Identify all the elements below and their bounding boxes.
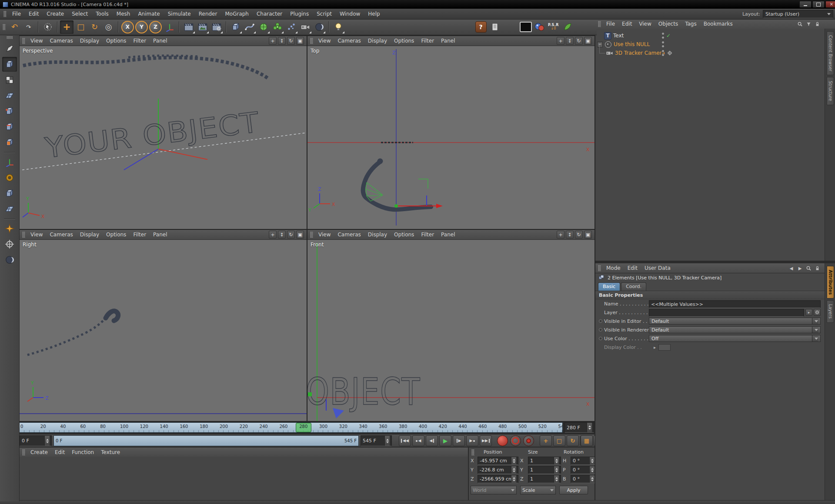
viewport-menu-item[interactable]: Options	[103, 230, 130, 239]
menu-item[interactable]: Select	[68, 9, 92, 19]
visible-editor-dropdown[interactable]: Default	[649, 318, 821, 325]
camera-keyframe-trail[interactable]	[23, 57, 268, 79]
camera-keyframe-trail[interactable]	[27, 319, 105, 355]
render-picture-viewer-button[interactable]	[196, 20, 209, 34]
maximize-view-icon[interactable]: ▣	[296, 231, 304, 239]
viewport-menu-grip[interactable]	[22, 38, 25, 44]
viewport-menu-item[interactable]: Display	[77, 230, 103, 239]
menu-item[interactable]: Animate	[134, 9, 164, 19]
size-y-field[interactable]: 1	[528, 466, 561, 474]
menu-item[interactable]: Render	[195, 9, 221, 19]
orbit-icon[interactable]: ↻	[575, 37, 583, 45]
tab-attributes[interactable]: Attributes	[827, 266, 834, 298]
range-start-field[interactable]: 0 F	[20, 435, 52, 445]
power-slider[interactable]: 0 F 545 F	[53, 435, 359, 446]
material-menu-grip[interactable]	[22, 449, 25, 455]
current-frame-field[interactable]: 280 F	[564, 422, 594, 432]
dolly-icon[interactable]: ↕	[566, 231, 574, 239]
menu-item[interactable]: Plugins	[286, 9, 313, 19]
goto-end-button[interactable]: ▶▶	[480, 435, 492, 446]
viewport-menu-item[interactable]: View	[27, 230, 46, 239]
viewport-menu-grip[interactable]	[310, 232, 313, 238]
object-tree[interactable]: T Text ✓ − Use this NULL	[595, 29, 825, 261]
points-mode-button[interactable]	[2, 104, 17, 119]
add-particles-button[interactable]	[284, 20, 298, 34]
viewport-menu-item[interactable]: Panel	[438, 230, 458, 239]
spinner[interactable]	[554, 475, 559, 483]
x-axis-handle[interactable]	[436, 204, 443, 208]
toolbar-grip[interactable]	[3, 24, 6, 30]
visibility-dots[interactable]	[661, 32, 665, 39]
menu-item[interactable]: Tools	[92, 9, 113, 19]
viewport-menu-item[interactable]: Options	[391, 36, 418, 46]
search-icon[interactable]	[805, 265, 812, 272]
om-menu-item[interactable]: Edit	[618, 20, 635, 29]
spinner[interactable]	[554, 466, 559, 474]
size-z-field[interactable]: 1	[528, 475, 561, 483]
viewport-menu-grip[interactable]	[310, 38, 313, 44]
add-spline-button[interactable]	[243, 20, 256, 34]
range-end-field[interactable]: 545 F	[361, 435, 392, 445]
previous-key-button[interactable]: ◀	[412, 435, 424, 446]
rotate-tool-button[interactable]: ↻	[88, 20, 101, 34]
expand-arrow-icon[interactable]: ▸	[654, 345, 656, 350]
viewport-menu-item[interactable]: Filter	[418, 230, 438, 239]
move-tool-button[interactable]: +	[60, 20, 73, 34]
visibility-dots[interactable]	[661, 50, 665, 56]
autokeying-button[interactable]	[510, 435, 521, 446]
spinner[interactable]	[554, 457, 559, 464]
viewport-menu-item[interactable]: Display	[364, 36, 391, 46]
sketch-and-toon-button[interactable]	[561, 20, 574, 34]
spinner[interactable]	[589, 457, 595, 464]
play-button[interactable]: ▶	[439, 435, 451, 446]
psr-transfer-button[interactable]: P.S.R↓0	[547, 20, 560, 34]
material-menu-item[interactable]: Function	[68, 448, 97, 457]
apply-button[interactable]: Apply	[559, 486, 588, 494]
visibility-dots[interactable]	[661, 41, 665, 48]
keyframe-dot[interactable]	[599, 328, 602, 332]
range-end-spinner[interactable]	[384, 436, 390, 446]
viewport-menu-grip[interactable]	[22, 232, 25, 238]
snap-enable-button[interactable]	[2, 237, 17, 252]
am-menu-item[interactable]: Edit	[624, 264, 641, 273]
menu-item[interactable]: Edit	[25, 9, 43, 19]
rot-p-field[interactable]: 0 °	[571, 466, 597, 474]
display-color-swatch[interactable]	[658, 344, 671, 351]
viewport-menu-item[interactable]: Panel	[150, 230, 170, 239]
scene-object-text[interactable]: YOUR OBJECT	[43, 106, 261, 164]
om-menu-item[interactable]: Objects	[655, 20, 681, 29]
menu-item[interactable]: Window	[336, 9, 364, 19]
add-environment-button[interactable]	[312, 20, 326, 34]
size-x-field[interactable]: 1	[528, 457, 561, 465]
history-back-icon[interactable]: ◀	[788, 265, 795, 272]
next-frame-button[interactable]: ▶	[453, 435, 465, 446]
am-menu-item[interactable]: Mode	[603, 264, 624, 273]
viewport-menu-item[interactable]: Panel	[150, 36, 170, 46]
palette-grip[interactable]	[7, 36, 13, 39]
rot-h-field[interactable]: 0 °	[571, 457, 597, 465]
viewport-menu-item[interactable]: Panel	[438, 36, 458, 46]
make-editable-button[interactable]	[2, 41, 17, 56]
frame-spinner[interactable]	[587, 423, 592, 432]
menu-item[interactable]: Help	[364, 9, 384, 19]
maximize-view-icon[interactable]: ▣	[584, 37, 592, 45]
name-input[interactable]: <<Multiple Values>>	[649, 300, 821, 308]
menu-item[interactable]: File	[8, 9, 25, 19]
y-axis-handle[interactable]	[308, 392, 312, 396]
maximize-view-icon[interactable]: ▣	[584, 231, 592, 239]
pos-z-field[interactable]: -2566.959 cm	[478, 475, 518, 483]
spinner[interactable]	[511, 457, 516, 464]
add-light-button[interactable]	[331, 20, 345, 34]
menu-item[interactable]: Simulate	[164, 9, 195, 19]
polygons-mode-button[interactable]	[2, 135, 17, 150]
help-button[interactable]: ?	[474, 20, 488, 34]
camera-motion-path[interactable]	[106, 311, 118, 321]
object-row-null[interactable]: − Use this NULL	[595, 40, 825, 49]
edges-mode-button[interactable]	[2, 119, 17, 134]
add-cube-button[interactable]	[229, 20, 242, 34]
viewport-menu-item[interactable]: Options	[391, 230, 418, 239]
lock-x-button[interactable]: X	[121, 21, 134, 33]
viewport-menu-item[interactable]: View	[27, 36, 46, 46]
viewport-menu-item[interactable]: Filter	[418, 36, 438, 46]
menu-item[interactable]: Script	[313, 9, 336, 19]
